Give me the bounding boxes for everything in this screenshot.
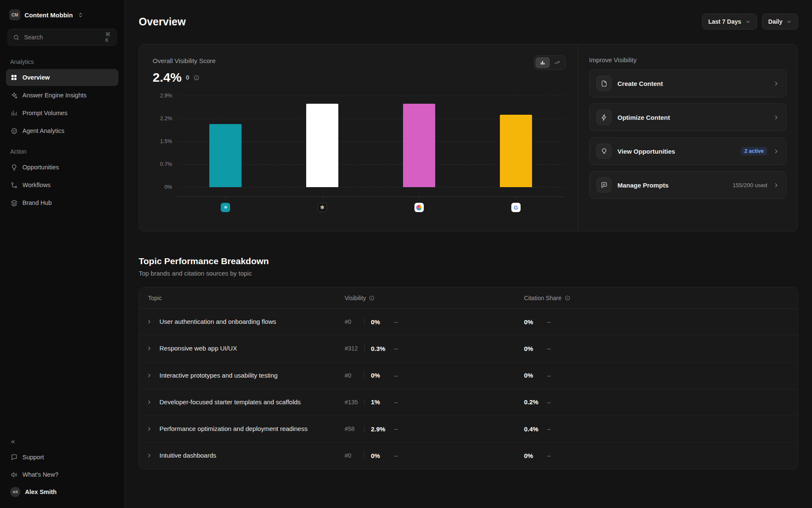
citation-cell: 0.4% – [524, 425, 798, 433]
sidebar-item-support[interactable]: Support [6, 449, 118, 466]
axis-tick [322, 197, 323, 199]
info-icon[interactable] [193, 75, 200, 81]
visibility-cell: #0 0% – [345, 318, 524, 326]
topic-name: Performance optimization and deployment … [159, 425, 345, 433]
sidebar-item-overview[interactable]: Overview [6, 69, 118, 86]
chart-type-toggle [534, 55, 566, 70]
chevron-down-icon [745, 19, 751, 25]
topic-name: Intuitive dashboards [159, 451, 345, 460]
y-tick-label: 1.5% [160, 138, 173, 144]
layers-icon [10, 199, 18, 207]
bar-google[interactable] [500, 115, 532, 187]
citation-value: 0% [524, 318, 547, 326]
table-row[interactable]: Interactive prototypes and usability tes… [139, 362, 798, 389]
chevron-right-icon [773, 182, 779, 188]
workspace-name: Content Mobbin [25, 11, 73, 19]
agent-face-icon [10, 127, 18, 135]
google-icon: G [511, 203, 521, 212]
sidebar-item-opportunities[interactable]: Opportunities [6, 159, 118, 176]
citation-value: 0% [524, 345, 547, 352]
optimize-content-action[interactable]: Optimize Content [589, 103, 787, 131]
citation-delta: – [547, 345, 551, 352]
section-subtitle: Top brands and citation sources by topic [139, 270, 798, 277]
column-header-visibility: Visibility [345, 295, 524, 301]
visibility-cell: #312 0.3% – [345, 345, 524, 352]
divider [364, 425, 365, 433]
chatgpt-icon: ✻ [318, 203, 327, 212]
date-range-select[interactable]: Last 7 Days [702, 14, 757, 30]
visibility-rank: #0 [345, 318, 364, 325]
date-range-label: Last 7 Days [708, 18, 741, 25]
sidebar-item-label: Prompt Volumes [22, 110, 67, 116]
table-row[interactable]: Responsive web app UI/UX #312 0.3% – 0% … [139, 335, 798, 362]
axis-tick [225, 197, 226, 199]
chevron-down-icon [786, 19, 792, 25]
page-header: Overview Last 7 Days Daily [139, 0, 798, 30]
table-row[interactable]: Performance optimization and deployment … [139, 416, 798, 442]
workspace-switcher[interactable]: CM Content Mobbin [6, 8, 118, 22]
topic-performance-section: Topic Performance Breakdown Top brands a… [139, 256, 798, 277]
visibility-score-delta: 0 [186, 74, 189, 81]
multicolor-brand-icon [414, 203, 424, 212]
bolt-icon [596, 110, 612, 125]
sidebar-item-agent-analytics[interactable]: Agent Analytics [6, 122, 118, 139]
sidebar-footer: « Support What's New? AS Alex Smith [6, 435, 118, 500]
sidebar-item-label: Brand Hub [22, 199, 52, 206]
citation-delta: – [547, 318, 551, 325]
sidebar-item-label: Agent Analytics [22, 127, 64, 134]
citation-value: 0.4% [524, 425, 547, 433]
search-input[interactable] [23, 33, 102, 41]
visibility-value: 1% [371, 398, 394, 406]
topic-name: Interactive prototypes and usability tes… [159, 371, 345, 380]
citation-value: 0% [524, 452, 547, 459]
sidebar-item-label: Overview [22, 74, 50, 81]
visibility-value: 0% [371, 452, 394, 459]
search-input-wrap[interactable]: ⌘ K [8, 29, 117, 46]
sidebar-item-label: Workflows [22, 182, 51, 188]
megaphone-icon [10, 471, 18, 478]
collapse-sidebar-button[interactable]: « [6, 435, 20, 448]
column-header-topic: Topic [139, 295, 345, 301]
sidebar-item-brand-hub[interactable]: Brand Hub [6, 194, 118, 211]
create-content-action[interactable]: Create Content [589, 69, 787, 97]
sidebar-item-workflows[interactable]: Workflows [6, 177, 118, 193]
prompt-volumes-icon [10, 110, 18, 117]
table-row[interactable]: Developer-focused starter templates and … [139, 389, 798, 416]
topic-name: User authentication and onboarding flows [159, 318, 345, 326]
sidebar-item-whats-new[interactable]: What's New? [6, 466, 118, 483]
bar-chatgpt[interactable] [306, 104, 338, 187]
y-tick-label: 2.9% [160, 93, 173, 99]
table-row[interactable]: User authentication and onboarding flows… [139, 309, 798, 335]
topic-table: Topic Visibility Citation Share User aut… [139, 287, 798, 469]
citation-cell: 0.2% – [524, 398, 798, 406]
x-axis: ✳ ✻ G [177, 196, 564, 212]
bar-multicolor-brand[interactable] [403, 104, 435, 187]
citation-value: 0.2% [524, 398, 547, 406]
citation-cell: 0% – [524, 452, 798, 459]
manage-prompts-action[interactable]: Manage Prompts 155/200 used [589, 171, 787, 199]
document-icon [596, 76, 612, 91]
info-icon[interactable] [565, 295, 571, 301]
table-header-row: Topic Visibility Citation Share [139, 287, 798, 309]
info-icon[interactable] [369, 295, 375, 301]
topic-name: Developer-focused starter templates and … [159, 398, 345, 406]
visibility-value: 2.9% [371, 425, 394, 433]
line-chart-toggle-button[interactable] [550, 57, 564, 68]
sidebar-item-answer-engine-insights[interactable]: Answer Engine Insights [6, 87, 118, 104]
table-row[interactable]: Intuitive dashboards #0 0% – 0% – [139, 442, 798, 469]
action-label: Manage Prompts [617, 182, 727, 189]
view-opportunities-action[interactable]: View Opportunities 2 active [589, 137, 787, 165]
section-label-action: Action [6, 144, 118, 158]
y-tick-label: 0.7% [160, 161, 173, 167]
user-menu[interactable]: AS Alex Smith [6, 483, 118, 500]
bar-teal-brand[interactable] [209, 124, 241, 187]
main-content: Overview Last 7 Days Daily Overall Visib… [125, 0, 812, 508]
visibility-card-title: Overall Visibility Score [153, 57, 564, 64]
sparkle-icon [10, 92, 18, 99]
bar-chart-toggle-button[interactable] [535, 57, 550, 68]
table-body: User authentication and onboarding flows… [139, 309, 798, 469]
sidebar-item-prompt-volumes[interactable]: Prompt Volumes [6, 105, 118, 121]
chevron-right-icon [773, 80, 779, 87]
granularity-select[interactable]: Daily [762, 14, 798, 30]
visibility-delta: – [394, 372, 398, 379]
